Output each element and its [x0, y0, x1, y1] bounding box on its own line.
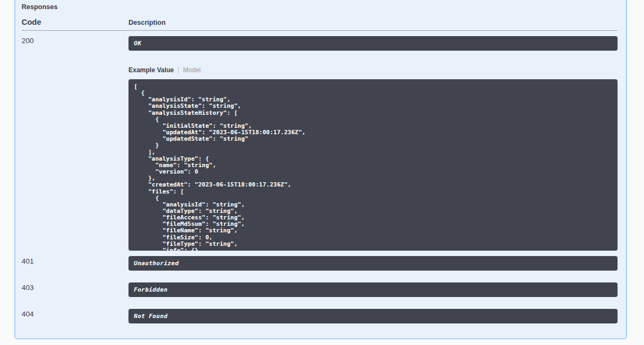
response-description-401: Unauthorized	[128, 256, 618, 271]
example-value-code-block[interactable]: [ { "analysisId": "string", "analysisSta…	[128, 79, 618, 251]
response-code-401: 401	[22, 257, 34, 265]
response-description-200-text: OK	[134, 40, 141, 47]
swagger-responses-screen: Responses Code Description 200 OK Exampl…	[0, 0, 644, 345]
response-description-403-text: Forbidden	[134, 286, 167, 293]
example-model-tabs: Example Value Model	[128, 67, 205, 74]
response-description-401-text: Unauthorized	[134, 260, 179, 267]
response-description-200: OK	[128, 36, 618, 51]
response-description-403: Forbidden	[128, 282, 618, 297]
response-code-200: 200	[22, 37, 34, 45]
response-code-403: 403	[22, 284, 34, 292]
tab-model[interactable]: Model	[179, 67, 205, 74]
response-code-404: 404	[22, 310, 34, 318]
table-header-divider	[22, 30, 618, 31]
response-description-404: Not Found	[128, 309, 618, 323]
tab-example-value[interactable]: Example Value	[128, 67, 179, 74]
description-column-header: Description	[128, 19, 166, 26]
response-description-404-text: Not Found	[134, 313, 167, 320]
code-column-header: Code	[22, 18, 41, 26]
example-json-code: [ { "analysisId": "string", "analysisSta…	[134, 84, 618, 251]
responses-section-title: Responses	[22, 3, 58, 11]
